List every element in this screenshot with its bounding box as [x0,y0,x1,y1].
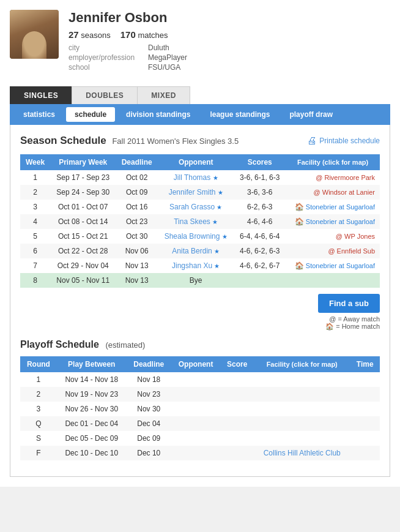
deadline-cell: Nov 06 [116,244,158,258]
main-tabs: SINGLES DOUBLES MIXED [10,86,390,104]
table-row: 8 Nov 05 - Nov 11 Nov 13 Bye [20,273,380,288]
opponent-link[interactable]: Jingshan Xu [172,261,212,270]
facility-link[interactable]: @ Ennfield Sub [328,247,375,255]
playoff-deadline-cell: Dec 10 [127,446,171,460]
playoff-opponent-cell [171,431,221,446]
seasons-stat: 27 seasons [69,29,111,40]
facility-link[interactable]: @ Rivermoore Park [316,174,375,181]
scores-cell: 6-2, 6-3 [234,200,286,214]
opponent-cell: Sheala Browning ★ [158,229,234,244]
opponent-link[interactable]: Sarah Grasso [169,203,215,211]
season-schedule-header: Season Schedule Fall 2011 Women's Flex S… [20,135,380,147]
subtab-league-standings[interactable]: league standings [201,107,278,122]
playoff-facility-cell [254,416,350,431]
col-week: Week [20,154,50,170]
playoff-deadline-cell: Nov 18 [127,372,171,387]
table-row: S Dec 05 - Dec 09 Dec 09 [20,431,380,446]
away-legend: @ = Away match [20,315,380,323]
playoff-score-cell [220,416,254,431]
play-between-cell: Dec 10 - Dec 10 [57,446,127,460]
round-cell: S [20,431,57,446]
pcol-round: Round [20,356,57,372]
deadline-cell: Nov 13 [116,273,158,288]
facility-link[interactable]: Stonebrier at Sugarloaf [306,262,375,269]
week-cell: 2 [20,185,50,200]
subtab-statistics[interactable]: statistics [15,107,64,122]
subtab-playoff-draw[interactable]: playoff draw [281,107,341,122]
tabs-section: SINGLES DOUBLES MIXED statistics schedul… [10,86,390,477]
deadline-cell: Oct 02 [116,170,158,185]
tab-singles[interactable]: SINGLES [10,86,72,104]
table-row: 3 Oct 01 - Oct 07 Oct 16 Sarah Grasso ★ … [20,200,380,214]
col-opponent: Opponent [158,154,234,170]
tab-doubles[interactable]: DOUBLES [72,86,138,104]
playoff-score-cell [220,387,254,402]
playoff-facility-link[interactable]: Collins Hill Athletic Club [264,449,341,457]
playoff-deadline-cell: Nov 30 [127,402,171,416]
facility-link[interactable]: @ WP Jones [336,233,375,240]
profile-section: Jennifer Osbon 27 seasons 170 matches ci… [10,10,390,72]
printable-schedule-link[interactable]: 🖨 Printable schedule [307,135,380,146]
legend: @ = Away match 🏠 = Home match [20,315,380,331]
week-cell: 7 [20,258,50,273]
facility-cell: 🏠 Stonebrier at Sugarloaf [286,200,380,214]
col-scores: Scores [234,154,286,170]
profile-meta: city Duluth employer/profession MegaPlay… [69,43,390,72]
playoff-score-cell [220,372,254,387]
opponent-link[interactable]: Jill Thomas [174,173,210,182]
tab-mixed[interactable]: MIXED [137,86,190,104]
facility-cell: 🏠 Stonebrier at Sugarloaf [286,214,380,229]
playoff-time-cell [350,387,380,402]
deadline-cell: Oct 23 [116,214,158,229]
table-row: 2 Sep 24 - Sep 30 Oct 09 Jennifer Smith … [20,185,380,200]
week-cell: 6 [20,244,50,258]
pcol-time: Time [350,356,380,372]
primary-week-cell: Oct 22 - Oct 28 [50,244,116,258]
facility-link[interactable]: @ Windsor at Lanier [314,189,375,196]
table-row: 1 Sep 17 - Sep 23 Oct 02 Jill Thomas ★ 3… [20,170,380,185]
col-primary-week: Primary Week [50,154,116,170]
scores-cell [234,273,286,288]
opponent-link[interactable]: Tina Skees [174,217,210,226]
week-cell: 4 [20,214,50,229]
content-area: Season Schedule Fall 2011 Women's Flex S… [10,125,390,477]
opponent-link[interactable]: Sheala Browning [165,232,220,241]
facility-cell [286,273,380,288]
scores-cell: 4-6, 4-6 [234,214,286,229]
primary-week-cell: Sep 17 - Sep 23 [50,170,116,185]
opponent-cell: Jingshan Xu ★ [158,258,234,273]
opponent-link[interactable]: Anita Berdin [172,247,212,255]
facility-link[interactable]: Stonebrier at Sugarloaf [306,218,375,225]
facility-cell: @ WP Jones [286,229,380,244]
table-row: 5 Oct 15 - Oct 21 Oct 30 Sheala Browning… [20,229,380,244]
table-row: 3 Nov 26 - Nov 30 Nov 30 [20,402,380,416]
avatar [10,10,59,59]
round-cell: 3 [20,402,57,416]
play-between-cell: Dec 05 - Dec 09 [57,431,127,446]
facility-link[interactable]: Stonebrier at Sugarloaf [306,203,375,211]
profile-stats: 27 seasons 170 matches [69,29,390,40]
table-row: 2 Nov 19 - Nov 23 Nov 23 [20,387,380,402]
employer-key: employer/profession [69,53,148,62]
playoff-score-cell [220,431,254,446]
playoff-title: Playoff Schedule (estimated) [20,339,380,350]
play-between-cell: Nov 19 - Nov 23 [57,387,127,402]
week-cell: 8 [20,273,50,288]
round-cell: Q [20,416,57,431]
playoff-time-cell [350,431,380,446]
find-sub-button[interactable]: Find a sub [318,294,380,313]
subtab-schedule[interactable]: schedule [66,107,115,122]
opponent-cell: Jennifer Smith ★ [158,185,234,200]
opponent-cell: Tina Skees ★ [158,214,234,229]
printer-icon: 🖨 [307,135,317,146]
schedule-header-row: Week Primary Week Deadline Opponent Scor… [20,154,380,170]
playoff-opponent-cell [171,387,221,402]
primary-week-cell: Sep 24 - Sep 30 [50,185,116,200]
school-value: FSU/UGA [148,63,390,72]
table-row: F Dec 10 - Dec 10 Dec 10 Collins Hill At… [20,446,380,460]
playoff-opponent-cell [171,372,221,387]
playoff-score-cell [220,446,254,460]
subtab-division-standings[interactable]: division standings [117,107,199,122]
opponent-link[interactable]: Jennifer Smith [169,188,216,197]
playoff-facility-cell [254,431,350,446]
